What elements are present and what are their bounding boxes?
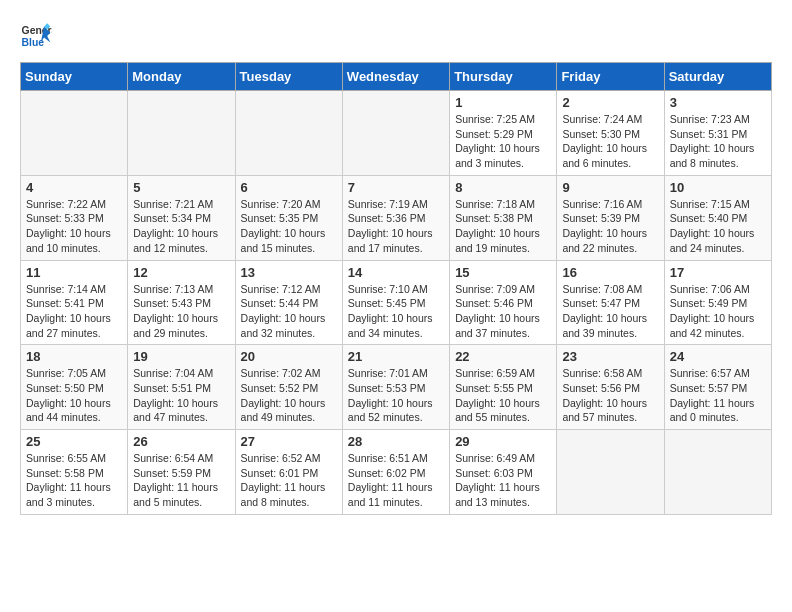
day-info: Sunrise: 7:16 AM Sunset: 5:39 PM Dayligh…: [562, 197, 658, 256]
day-number: 20: [241, 349, 337, 364]
calendar-cell: 10Sunrise: 7:15 AM Sunset: 5:40 PM Dayli…: [664, 175, 771, 260]
day-info: Sunrise: 6:58 AM Sunset: 5:56 PM Dayligh…: [562, 366, 658, 425]
calendar-cell: 29Sunrise: 6:49 AM Sunset: 6:03 PM Dayli…: [450, 430, 557, 515]
calendar-cell: [664, 430, 771, 515]
calendar-cell: 15Sunrise: 7:09 AM Sunset: 5:46 PM Dayli…: [450, 260, 557, 345]
day-number: 3: [670, 95, 766, 110]
calendar-cell: [21, 91, 128, 176]
day-info: Sunrise: 6:52 AM Sunset: 6:01 PM Dayligh…: [241, 451, 337, 510]
day-info: Sunrise: 7:09 AM Sunset: 5:46 PM Dayligh…: [455, 282, 551, 341]
calendar-header-row: SundayMondayTuesdayWednesdayThursdayFrid…: [21, 63, 772, 91]
calendar-cell: 6Sunrise: 7:20 AM Sunset: 5:35 PM Daylig…: [235, 175, 342, 260]
logo: General Blue: [20, 20, 52, 52]
day-number: 13: [241, 265, 337, 280]
calendar-cell: 22Sunrise: 6:59 AM Sunset: 5:55 PM Dayli…: [450, 345, 557, 430]
day-info: Sunrise: 7:24 AM Sunset: 5:30 PM Dayligh…: [562, 112, 658, 171]
calendar-cell: 24Sunrise: 6:57 AM Sunset: 5:57 PM Dayli…: [664, 345, 771, 430]
day-info: Sunrise: 6:54 AM Sunset: 5:59 PM Dayligh…: [133, 451, 229, 510]
calendar-week-row: 4Sunrise: 7:22 AM Sunset: 5:33 PM Daylig…: [21, 175, 772, 260]
calendar-cell: 1Sunrise: 7:25 AM Sunset: 5:29 PM Daylig…: [450, 91, 557, 176]
day-number: 6: [241, 180, 337, 195]
col-header-wednesday: Wednesday: [342, 63, 449, 91]
day-info: Sunrise: 6:49 AM Sunset: 6:03 PM Dayligh…: [455, 451, 551, 510]
day-number: 11: [26, 265, 122, 280]
day-info: Sunrise: 6:59 AM Sunset: 5:55 PM Dayligh…: [455, 366, 551, 425]
calendar-cell: [342, 91, 449, 176]
day-number: 17: [670, 265, 766, 280]
col-header-thursday: Thursday: [450, 63, 557, 91]
calendar-table: SundayMondayTuesdayWednesdayThursdayFrid…: [20, 62, 772, 515]
calendar-cell: 13Sunrise: 7:12 AM Sunset: 5:44 PM Dayli…: [235, 260, 342, 345]
day-number: 27: [241, 434, 337, 449]
calendar-week-row: 18Sunrise: 7:05 AM Sunset: 5:50 PM Dayli…: [21, 345, 772, 430]
day-info: Sunrise: 7:22 AM Sunset: 5:33 PM Dayligh…: [26, 197, 122, 256]
day-info: Sunrise: 7:12 AM Sunset: 5:44 PM Dayligh…: [241, 282, 337, 341]
calendar-cell: 9Sunrise: 7:16 AM Sunset: 5:39 PM Daylig…: [557, 175, 664, 260]
calendar-cell: 18Sunrise: 7:05 AM Sunset: 5:50 PM Dayli…: [21, 345, 128, 430]
calendar-cell: 7Sunrise: 7:19 AM Sunset: 5:36 PM Daylig…: [342, 175, 449, 260]
day-number: 19: [133, 349, 229, 364]
day-info: Sunrise: 7:05 AM Sunset: 5:50 PM Dayligh…: [26, 366, 122, 425]
day-info: Sunrise: 7:18 AM Sunset: 5:38 PM Dayligh…: [455, 197, 551, 256]
calendar-cell: [235, 91, 342, 176]
day-info: Sunrise: 7:14 AM Sunset: 5:41 PM Dayligh…: [26, 282, 122, 341]
day-number: 29: [455, 434, 551, 449]
calendar-cell: 28Sunrise: 6:51 AM Sunset: 6:02 PM Dayli…: [342, 430, 449, 515]
day-info: Sunrise: 7:08 AM Sunset: 5:47 PM Dayligh…: [562, 282, 658, 341]
day-number: 2: [562, 95, 658, 110]
calendar-cell: 23Sunrise: 6:58 AM Sunset: 5:56 PM Dayli…: [557, 345, 664, 430]
logo-icon: General Blue: [20, 20, 52, 52]
calendar-cell: 21Sunrise: 7:01 AM Sunset: 5:53 PM Dayli…: [342, 345, 449, 430]
day-number: 21: [348, 349, 444, 364]
col-header-tuesday: Tuesday: [235, 63, 342, 91]
calendar-cell: 26Sunrise: 6:54 AM Sunset: 5:59 PM Dayli…: [128, 430, 235, 515]
day-number: 12: [133, 265, 229, 280]
day-number: 8: [455, 180, 551, 195]
day-number: 16: [562, 265, 658, 280]
calendar-cell: 20Sunrise: 7:02 AM Sunset: 5:52 PM Dayli…: [235, 345, 342, 430]
calendar-cell: 25Sunrise: 6:55 AM Sunset: 5:58 PM Dayli…: [21, 430, 128, 515]
calendar-week-row: 1Sunrise: 7:25 AM Sunset: 5:29 PM Daylig…: [21, 91, 772, 176]
day-info: Sunrise: 6:57 AM Sunset: 5:57 PM Dayligh…: [670, 366, 766, 425]
calendar-cell: 16Sunrise: 7:08 AM Sunset: 5:47 PM Dayli…: [557, 260, 664, 345]
day-info: Sunrise: 6:55 AM Sunset: 5:58 PM Dayligh…: [26, 451, 122, 510]
day-number: 26: [133, 434, 229, 449]
day-number: 23: [562, 349, 658, 364]
day-number: 9: [562, 180, 658, 195]
calendar-cell: 3Sunrise: 7:23 AM Sunset: 5:31 PM Daylig…: [664, 91, 771, 176]
col-header-sunday: Sunday: [21, 63, 128, 91]
day-number: 24: [670, 349, 766, 364]
day-info: Sunrise: 7:15 AM Sunset: 5:40 PM Dayligh…: [670, 197, 766, 256]
day-info: Sunrise: 7:06 AM Sunset: 5:49 PM Dayligh…: [670, 282, 766, 341]
day-info: Sunrise: 7:21 AM Sunset: 5:34 PM Dayligh…: [133, 197, 229, 256]
calendar-cell: 8Sunrise: 7:18 AM Sunset: 5:38 PM Daylig…: [450, 175, 557, 260]
day-number: 15: [455, 265, 551, 280]
day-number: 7: [348, 180, 444, 195]
day-info: Sunrise: 7:25 AM Sunset: 5:29 PM Dayligh…: [455, 112, 551, 171]
day-number: 14: [348, 265, 444, 280]
page-header: General Blue: [20, 20, 772, 52]
day-info: Sunrise: 7:01 AM Sunset: 5:53 PM Dayligh…: [348, 366, 444, 425]
day-info: Sunrise: 7:13 AM Sunset: 5:43 PM Dayligh…: [133, 282, 229, 341]
col-header-saturday: Saturday: [664, 63, 771, 91]
day-info: Sunrise: 7:02 AM Sunset: 5:52 PM Dayligh…: [241, 366, 337, 425]
day-info: Sunrise: 7:20 AM Sunset: 5:35 PM Dayligh…: [241, 197, 337, 256]
day-info: Sunrise: 7:19 AM Sunset: 5:36 PM Dayligh…: [348, 197, 444, 256]
day-number: 18: [26, 349, 122, 364]
calendar-cell: 4Sunrise: 7:22 AM Sunset: 5:33 PM Daylig…: [21, 175, 128, 260]
day-number: 4: [26, 180, 122, 195]
col-header-friday: Friday: [557, 63, 664, 91]
day-number: 25: [26, 434, 122, 449]
day-number: 28: [348, 434, 444, 449]
calendar-cell: 5Sunrise: 7:21 AM Sunset: 5:34 PM Daylig…: [128, 175, 235, 260]
calendar-week-row: 25Sunrise: 6:55 AM Sunset: 5:58 PM Dayli…: [21, 430, 772, 515]
calendar-cell: [557, 430, 664, 515]
day-info: Sunrise: 7:23 AM Sunset: 5:31 PM Dayligh…: [670, 112, 766, 171]
calendar-cell: 12Sunrise: 7:13 AM Sunset: 5:43 PM Dayli…: [128, 260, 235, 345]
calendar-cell: [128, 91, 235, 176]
calendar-cell: 17Sunrise: 7:06 AM Sunset: 5:49 PM Dayli…: [664, 260, 771, 345]
calendar-cell: 11Sunrise: 7:14 AM Sunset: 5:41 PM Dayli…: [21, 260, 128, 345]
day-number: 1: [455, 95, 551, 110]
calendar-cell: 2Sunrise: 7:24 AM Sunset: 5:30 PM Daylig…: [557, 91, 664, 176]
col-header-monday: Monday: [128, 63, 235, 91]
